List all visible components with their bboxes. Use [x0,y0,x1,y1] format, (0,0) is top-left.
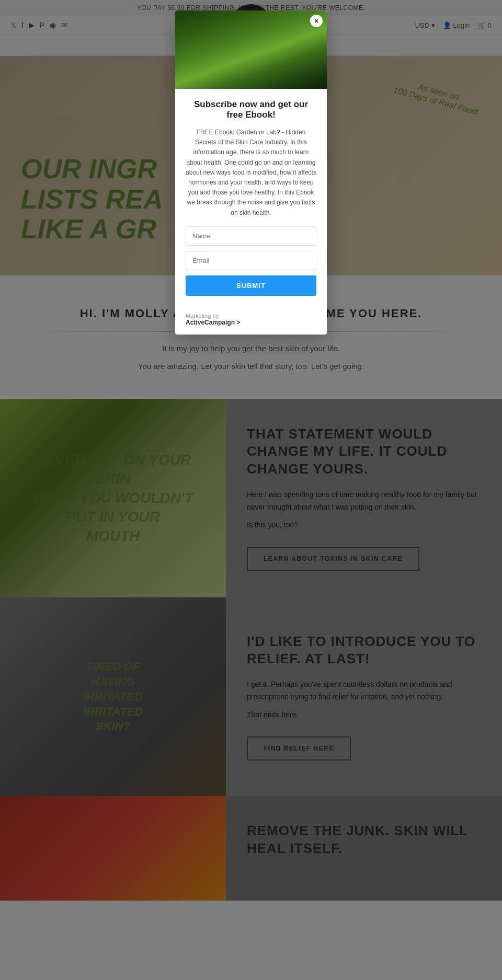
modal-description: FREE Ebook: Garden or Lab? - Hidden Secr… [186,128,316,218]
modal-image-inner [175,10,327,89]
modal-name-input[interactable] [186,226,316,246]
modal-image: × [175,10,327,89]
modal-submit-button[interactable]: SUBMIT [186,275,316,296]
modal-footer: Marketing by ActiveCampaign > [175,306,327,335]
modal-body: Subscribe now and get our free Ebook! FR… [175,89,327,306]
subscribe-modal: × Subscribe now and get our free Ebook! … [175,10,327,335]
modal-email-input[interactable] [186,251,316,270]
active-campaign-link[interactable]: ActiveCampaign > [186,319,316,326]
modal-overlay[interactable]: × Subscribe now and get our free Ebook! … [0,0,502,901]
marketing-by-label: Marketing by [186,313,316,319]
modal-close-button[interactable]: × [310,15,323,27]
modal-title: Subscribe now and get our free Ebook! [186,99,316,120]
